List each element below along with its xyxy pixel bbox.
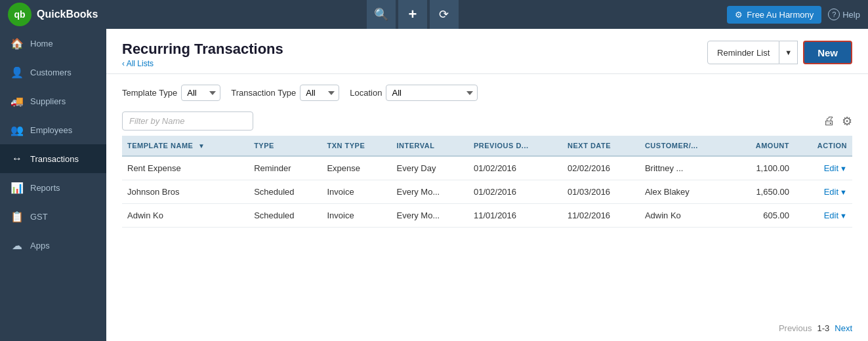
col-action: Action: [795, 136, 852, 156]
cell-action: Edit ▼: [795, 204, 852, 228]
sidebar-label-home: Home: [30, 39, 53, 49]
cell-previous-date: 01/02/2016: [468, 156, 562, 180]
sidebar-label-gst: GST: [30, 212, 48, 222]
edit-link[interactable]: Edit: [824, 163, 838, 173]
filter-by-name-input[interactable]: [122, 111, 253, 130]
sidebar-item-gst[interactable]: 📋 GST: [0, 202, 106, 231]
cell-amount: 1,100.00: [731, 156, 795, 180]
brand-area: qb QuickBooks: [8, 3, 98, 26]
reports-icon: 📊: [10, 181, 24, 194]
sidebar: 🏠 Home 👤 Customers 🚚 Suppliers 👥 Employe…: [0, 29, 106, 341]
search-toolbar: 🖨 ⚙: [106, 106, 868, 136]
cell-interval: Every Day: [392, 156, 468, 180]
pagination-next[interactable]: Next: [835, 323, 852, 333]
action-dropdown-icon[interactable]: ▼: [840, 212, 847, 220]
sidebar-label-apps: Apps: [30, 241, 50, 251]
suppliers-icon: 🚚: [10, 94, 24, 108]
page-title: Recurring Transactions: [122, 41, 283, 58]
table-header: Template Name ▼ Type TXN Type Interval: [122, 136, 852, 156]
cell-template-name: Johnson Bros: [122, 180, 249, 204]
cell-txn-type: Invoice: [321, 180, 391, 204]
cell-interval: Every Mo...: [392, 180, 468, 204]
help-link-button[interactable]: ? Help: [828, 9, 860, 20]
cell-previous-date: 01/02/2016: [468, 180, 562, 204]
pagination-range: 1-3: [817, 323, 829, 333]
add-button[interactable]: +: [398, 0, 427, 29]
table-body: Rent Expense Reminder Expense Every Day …: [122, 156, 852, 228]
template-type-select[interactable]: All: [181, 85, 220, 101]
cell-next-date: 02/02/2016: [562, 156, 640, 180]
apps-icon: ☁: [10, 239, 24, 252]
pagination: Previous 1-3 Next: [106, 315, 868, 341]
cell-txn-type: Invoice: [321, 204, 391, 228]
col-txn-type: TXN Type: [321, 136, 391, 156]
cell-template-name: Rent Expense: [122, 156, 249, 180]
location-label: Location: [350, 88, 382, 98]
cell-template-name: Adwin Ko: [122, 204, 249, 228]
edit-link[interactable]: Edit: [824, 211, 838, 220]
col-next-date: Next Date: [562, 136, 640, 156]
top-center-icons: 🔍 + ⟳: [367, 0, 459, 29]
action-dropdown-icon[interactable]: ▼: [840, 165, 847, 172]
cell-next-date: 11/02/2016: [562, 204, 640, 228]
transactions-icon: ↔: [10, 152, 24, 165]
col-template-name[interactable]: Template Name ▼: [122, 136, 249, 156]
col-type: Type: [249, 136, 321, 156]
cell-type: Scheduled: [249, 204, 321, 228]
top-bar: qb QuickBooks 🔍 + ⟳ ⚙ Free Au Harmony ? …: [0, 0, 868, 29]
cell-interval: Every Mo...: [392, 204, 468, 228]
sidebar-item-suppliers[interactable]: 🚚 Suppliers: [0, 87, 106, 115]
sort-arrow-icon: ▼: [198, 142, 205, 150]
home-icon: 🏠: [10, 37, 24, 50]
sidebar-label-transactions: Transactions: [30, 154, 79, 164]
cell-customer: Brittney ...: [640, 156, 731, 180]
toolbar-icons: 🖨 ⚙: [823, 114, 852, 129]
gst-icon: 📋: [10, 210, 24, 223]
sidebar-item-home[interactable]: 🏠 Home: [0, 29, 106, 58]
transaction-type-filter: Transaction Type All: [231, 85, 339, 101]
location-filter: Location All: [350, 85, 478, 101]
table-row: Rent Expense Reminder Expense Every Day …: [122, 156, 852, 180]
settings-icon[interactable]: ⚙: [842, 114, 852, 129]
location-select[interactable]: All: [386, 85, 478, 101]
col-amount: Amount: [731, 136, 795, 156]
sidebar-label-suppliers: Suppliers: [30, 96, 66, 106]
edit-link[interactable]: Edit: [824, 187, 838, 197]
recurring-transactions-table: Template Name ▼ Type TXN Type Interval: [122, 136, 852, 228]
help-circle-icon: ?: [828, 9, 840, 20]
col-interval: Interval: [392, 136, 468, 156]
cell-amount: 1,650.00: [731, 180, 795, 204]
cell-customer: Adwin Ko: [640, 204, 731, 228]
page-header: Recurring Transactions All Lists Reminde…: [106, 29, 868, 74]
action-dropdown-icon[interactable]: ▼: [840, 188, 847, 196]
cell-next-date: 01/03/2016: [562, 180, 640, 204]
reminder-list-dropdown[interactable]: ▼: [779, 41, 798, 64]
header-actions: Reminder List ▼ New: [707, 41, 852, 64]
new-button[interactable]: New: [803, 41, 852, 64]
table-row: Adwin Ko Scheduled Invoice Every Mo... 1…: [122, 204, 852, 228]
reminder-list-button[interactable]: Reminder List: [707, 41, 779, 64]
brand-name: QuickBooks: [37, 9, 98, 20]
transaction-type-label: Transaction Type: [231, 88, 296, 98]
sidebar-item-transactions[interactable]: ↔ Transactions: [0, 144, 106, 173]
sidebar-item-reports[interactable]: 📊 Reports: [0, 173, 106, 202]
help-button[interactable]: ⟳: [430, 0, 459, 29]
breadcrumb[interactable]: All Lists: [122, 59, 283, 68]
print-icon[interactable]: 🖨: [823, 114, 835, 128]
template-type-label: Template Type: [122, 88, 177, 98]
cell-previous-date: 11/01/2016: [468, 204, 562, 228]
cell-action: Edit ▼: [795, 180, 852, 204]
free-harmony-button[interactable]: ⚙ Free Au Harmony: [727, 6, 821, 24]
search-button[interactable]: 🔍: [367, 0, 396, 29]
cell-action: Edit ▼: [795, 156, 852, 180]
col-customer: Customer/...: [640, 136, 731, 156]
transaction-type-select[interactable]: All: [300, 85, 339, 101]
sidebar-label-reports: Reports: [30, 183, 60, 193]
sidebar-item-customers[interactable]: 👤 Customers: [0, 58, 106, 87]
sidebar-item-apps[interactable]: ☁ Apps: [0, 231, 106, 260]
content-area: Recurring Transactions All Lists Reminde…: [106, 29, 868, 341]
gear-icon: ⚙: [735, 10, 743, 20]
cell-customer: Alex Blakey: [640, 180, 731, 204]
pagination-previous: Previous: [779, 323, 812, 333]
sidebar-item-employees[interactable]: 👥 Employees: [0, 115, 106, 144]
